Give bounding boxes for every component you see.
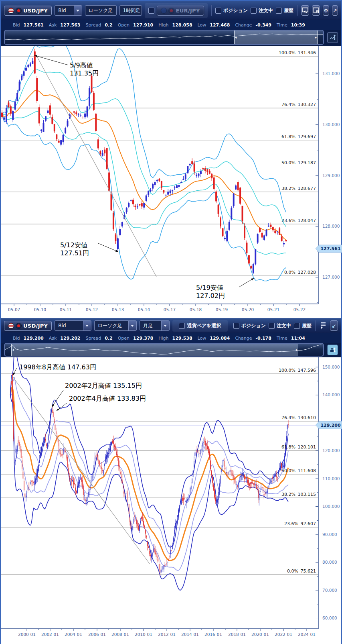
annotation-text: 1998年8月高値 147.63円	[19, 363, 96, 371]
info-label: High	[158, 22, 168, 28]
eurjpy-pair-button[interactable]: EUR/JPY	[157, 6, 204, 16]
y-tick-label: 70.000	[322, 588, 337, 593]
navigator-right-arrow[interactable]: ▸	[296, 344, 298, 356]
fib-label: 23.6% 92.607	[284, 521, 316, 526]
settings-button[interactable]: ⚙	[323, 5, 329, 16]
divider	[315, 320, 316, 331]
checkbox-box	[294, 323, 300, 329]
history-checkbox[interactable]: 履歴	[276, 7, 293, 14]
select-pair-checkbox[interactable]	[179, 323, 185, 329]
x-tick-label: 05-20	[242, 307, 254, 312]
chart-type-select[interactable]: ローソク足	[94, 320, 137, 331]
x-tick-label: 05-07	[8, 307, 20, 312]
x-tick-label: 2014-01	[181, 632, 199, 637]
info-label: Spread	[85, 336, 101, 341]
us-flag-icon	[8, 323, 14, 329]
chart-navigator[interactable]: ◂ ▸	[4, 30, 324, 45]
fib-label: 0.0% 127.028	[284, 270, 316, 275]
currency-pair-button[interactable]: USD/JPY	[4, 321, 52, 331]
scale-lock-button[interactable]	[327, 344, 338, 355]
chart-navigator[interactable]: ◂ ▸	[4, 343, 324, 357]
y-tick-label: 140.000	[322, 392, 340, 397]
info-label: Ask	[49, 336, 57, 341]
x-tick-label: 2024-01	[298, 632, 316, 637]
gear-icon: ⚙	[324, 8, 328, 13]
chevron-down-icon	[74, 6, 82, 15]
currency-pair-button[interactable]: USD/JPY	[4, 6, 52, 16]
info-value: 129.538	[172, 336, 192, 341]
toolbar-hourly: USD/JPY Bid ローソク足 1時間足 EUR/JPY	[1, 1, 341, 20]
x-tick-label: 05-17	[164, 307, 176, 312]
navigator-right-arrow[interactable]: ▸	[315, 31, 317, 44]
dock-window-button[interactable]	[301, 5, 309, 16]
y-tick-label: 128.000	[322, 224, 340, 228]
pair-label: USD/JPY	[23, 323, 48, 329]
trend-line	[36, 54, 156, 277]
popout-button[interactable]: ↗	[332, 5, 338, 16]
info-label: Bid	[13, 22, 20, 28]
info-value: 0.2	[105, 336, 113, 341]
quote-info-bar: Bid127.561Ask127.563Spread0.2Open127.910…	[1, 20, 341, 30]
x-tick-label: 2000-01	[18, 632, 36, 637]
annotation-text: 5/9高値131.35円	[70, 61, 99, 77]
y-tick-label: 150.000	[322, 365, 340, 369]
price-badge-label: 129.200	[320, 423, 340, 428]
price-type-select[interactable]: Bid	[55, 320, 91, 331]
y-tick-label: 80.000	[322, 560, 337, 565]
orders-checkbox[interactable]: 注文中	[269, 322, 291, 329]
fib-label: 38.2% 128.677	[281, 186, 316, 191]
x-tick-label: 05-18	[190, 307, 202, 312]
chart-canvas-monthly[interactable]: 150.000140.000120.000110.000100.00090.00…	[1, 357, 341, 644]
info-label: Change	[235, 22, 252, 28]
chart-type-select[interactable]: ローソク足	[85, 5, 117, 16]
chart-panel-monthly: USD/JPY Bid ローソク足 月足 通貨ペアを選択 ポジション	[1, 318, 341, 644]
restore-scale-button[interactable]	[327, 32, 338, 43]
divider	[211, 5, 212, 16]
quote-info-bar: Bid129.200Ask129.202Spread0.2Open129.378…	[1, 333, 341, 343]
menu-button[interactable]	[319, 320, 327, 331]
info-value: 129.084	[210, 336, 230, 341]
x-tick-label: 2008-01	[111, 632, 129, 637]
checkbox-box	[251, 8, 257, 14]
plot-layer	[10, 357, 289, 590]
navigator-left-arrow[interactable]: ◂	[12, 344, 14, 356]
window-list-button[interactable]	[312, 5, 320, 16]
info-value: 129.202	[60, 336, 80, 341]
fib-label: 100.0% 147.596	[279, 368, 316, 373]
info-value: 127.910	[133, 22, 153, 28]
navigator-selection[interactable]: ◂ ▸	[11, 344, 299, 356]
x-tick-label: 2010-01	[135, 632, 152, 637]
jp-flag-icon	[16, 323, 22, 329]
info-label: Change	[235, 336, 252, 341]
annotation-text: 2002年4月高値 133.83円	[69, 395, 146, 402]
timeframe-select[interactable]: 1時間足	[119, 5, 142, 16]
x-tick-label: 2016-01	[204, 632, 222, 637]
checkbox-box	[215, 8, 221, 14]
y-tick-label: 127.000	[322, 275, 340, 279]
history-checkbox[interactable]: 履歴	[294, 322, 312, 329]
fib-label: 61.8% 120.101	[281, 444, 316, 450]
navigator-selection[interactable]: ◂ ▸	[234, 31, 318, 44]
price-badge-label: 127.561	[320, 246, 340, 251]
chart-canvas-hourly[interactable]: 131.000130.000129.000128.000127.00005-07…	[1, 46, 341, 318]
info-value: 0.2	[105, 22, 113, 28]
pair2-label: EUR/JPY	[176, 8, 200, 14]
window-return-icon	[302, 7, 309, 14]
timeframe-select[interactable]: 月足	[140, 320, 170, 331]
second-pair-checkbox[interactable]	[148, 8, 154, 14]
fib-label: 76.4% 130.327	[281, 102, 316, 107]
price-type-select[interactable]: Bid	[55, 5, 82, 16]
y-tick-label: 130.000	[322, 122, 340, 127]
info-value: 128.058	[172, 22, 192, 28]
position-checkbox[interactable]: ポジション	[233, 322, 266, 329]
annotation-arrow	[34, 55, 68, 65]
info-label: Time	[277, 336, 287, 341]
x-tick-label: 05-21	[267, 307, 280, 312]
x-tick-label: 05-19	[216, 307, 228, 312]
position-checkbox[interactable]: ポジション	[215, 7, 248, 14]
navigator-left-arrow[interactable]: ◂	[235, 31, 237, 44]
dock-back-button[interactable]: ↙	[330, 320, 338, 331]
trading-app-window: USD/JPY Bid ローソク足 1時間足 EUR/JPY	[0, 0, 342, 644]
y-tick-label: 120.000	[322, 448, 340, 453]
orders-checkbox[interactable]: 注文中	[251, 7, 273, 14]
